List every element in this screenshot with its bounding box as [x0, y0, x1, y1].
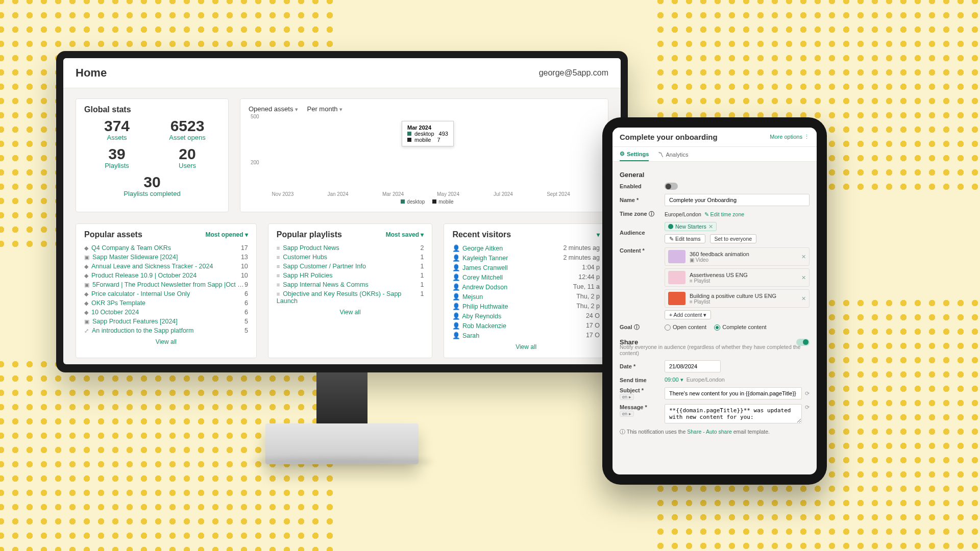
- popular-playlists-sort[interactable]: Most saved ▾: [386, 231, 424, 238]
- playlist-count: 1: [420, 272, 424, 279]
- chart-period-dropdown[interactable]: Per month: [307, 105, 342, 113]
- asset-row[interactable]: ◆Product Release 10.9 | October 202410: [84, 271, 248, 280]
- content-item[interactable]: Building a positive culture US ENG≡ Play…: [665, 289, 810, 308]
- playlist-row[interactable]: ≡Sapp Product News2: [277, 243, 424, 253]
- playlist-row[interactable]: ≡Sapp Customer / Partner Info1: [277, 262, 424, 271]
- tablet-frame: Complete your onboarding More options ⋮ …: [602, 117, 827, 485]
- playlist-count: 1: [420, 254, 424, 261]
- asset-count: 6: [244, 290, 248, 297]
- enabled-toggle[interactable]: [665, 183, 678, 190]
- person-icon: 👤: [452, 274, 460, 281]
- remove-content-icon[interactable]: ✕: [801, 295, 806, 302]
- stat-label[interactable]: Playlists completed: [84, 190, 220, 197]
- visitor-time: 12:44 p: [578, 273, 600, 281]
- stat-label[interactable]: Assets: [84, 134, 150, 141]
- sendtime-tz: Europe/London: [687, 377, 725, 383]
- recent-visitors-viewall[interactable]: View all: [452, 343, 600, 350]
- subject-input[interactable]: [665, 387, 802, 399]
- visitor-time: 2 minutes ag: [563, 254, 600, 262]
- goal-complete-radio[interactable]: [714, 324, 720, 331]
- visitor-name[interactable]: 👤 Philip Huthwaite: [452, 303, 508, 310]
- share-toggle[interactable]: [796, 339, 810, 346]
- asset-row[interactable]: ◆Q4 Company & Team OKRs17: [84, 243, 248, 253]
- name-input[interactable]: [665, 194, 810, 206]
- playlist-count: 2: [420, 244, 424, 252]
- popular-assets-viewall[interactable]: View all: [84, 338, 248, 345]
- content-item[interactable]: Assertiveness US ENG≡ Playlist✕: [665, 268, 810, 287]
- visitor-time: Thu, 2 p: [576, 293, 600, 300]
- message-input[interactable]: [665, 404, 802, 423]
- visitor-name[interactable]: 👤 Mejsun: [452, 293, 483, 300]
- edit-teams-button[interactable]: ✎ Edit teams: [665, 234, 705, 243]
- asset-row[interactable]: ◆Annual Leave and Sickness Tracker - 202…: [84, 262, 248, 271]
- remove-content-icon[interactable]: ✕: [801, 254, 806, 260]
- playlist-row[interactable]: ≡Sapp HR Policies1: [277, 271, 424, 280]
- tab-settings[interactable]: ⚙ Settings: [620, 147, 649, 161]
- tab-analytics[interactable]: 〽 Analytics: [658, 147, 688, 161]
- content-title: Building a positive culture US ENG: [690, 293, 776, 299]
- popular-playlists-card: Popular playlists Most saved ▾ ≡Sapp Pro…: [268, 223, 433, 358]
- playlist-row[interactable]: ≡Customer Hubs1: [277, 253, 424, 262]
- date-input[interactable]: [665, 360, 721, 372]
- person-icon: 👤: [452, 264, 460, 271]
- visitor-name[interactable]: 👤 Corey Mitchell: [452, 273, 503, 281]
- set-everyone-button[interactable]: Set to everyone: [710, 234, 757, 243]
- visitor-name[interactable]: 👤 Sarah: [452, 332, 479, 339]
- content-item[interactable]: 360 feedback animation▣ Video✕: [665, 247, 810, 266]
- goal-open-radio[interactable]: [665, 324, 671, 331]
- visitor-name[interactable]: 👤 George Aitken: [452, 244, 503, 252]
- stat-block: 39Playlists: [84, 146, 150, 172]
- visitor-name[interactable]: 👤 James Cranwell: [452, 264, 507, 271]
- remove-content-icon[interactable]: ✕: [801, 274, 806, 281]
- onboarding-title: Complete your onboarding: [620, 133, 718, 141]
- stat-label[interactable]: Playlists: [84, 162, 150, 169]
- add-content-button[interactable]: + Add content ▾: [665, 310, 711, 319]
- stat-label[interactable]: Users: [155, 162, 220, 169]
- playlist-row[interactable]: ≡Sapp Internal News & Comms1: [277, 280, 424, 289]
- playlist-row[interactable]: ≡Objective and Key Results (OKRs) - Sapp…: [277, 289, 424, 306]
- asset-row[interactable]: ▣Sapp Product Features [2024]5: [84, 317, 248, 326]
- goal-open-label: Open content: [673, 324, 706, 330]
- asset-count: 17: [241, 244, 248, 252]
- remove-chip-icon[interactable]: ✕: [708, 223, 713, 230]
- chart-xtick: Nov 2023: [269, 191, 297, 197]
- stat-label[interactable]: Asset opens: [155, 134, 220, 141]
- content-thumb: [668, 250, 685, 263]
- visitor-row: 👤 Corey Mitchell12:44 p: [452, 272, 600, 282]
- sendtime-dropdown[interactable]: 09:00 ▾: [665, 377, 683, 383]
- more-options-button[interactable]: More options ⋮: [770, 134, 810, 140]
- visitor-time: 2 minutes ag: [563, 244, 600, 252]
- stat-value: 20: [155, 146, 220, 162]
- asset-row[interactable]: ◆OKR 3Ps Template6: [84, 298, 248, 308]
- desktop-device: Home george@5app.com Global stats 374Ass…: [56, 51, 628, 464]
- recent-visitors-dropdown[interactable]: ▾: [597, 231, 600, 238]
- visitor-name[interactable]: 👤 Andrew Dodson: [452, 283, 507, 291]
- asset-row[interactable]: ▣Sapp Master Slideware [2024]13: [84, 253, 248, 262]
- asset-row[interactable]: ◆Price calculator - Internal Use Only6: [84, 289, 248, 298]
- asset-row[interactable]: ▣5Forward | The Product Newsletter from …: [84, 280, 248, 289]
- template-link[interactable]: Share - Auto share: [687, 429, 732, 435]
- asset-row[interactable]: ⤢An introduction to the Sapp platform5: [84, 326, 248, 335]
- popular-playlists-viewall[interactable]: View all: [277, 309, 424, 316]
- message-reset-icon[interactable]: ⟳: [802, 404, 810, 411]
- person-icon: 👤: [452, 322, 460, 330]
- edit-timezone-link[interactable]: ✎ Edit time zone: [704, 211, 744, 217]
- monitor-stand: [316, 372, 368, 423]
- visitor-name[interactable]: 👤 Aby Reynolds: [452, 312, 501, 320]
- chart-xtick: May 2024: [434, 191, 462, 197]
- global-stats-title: Global stats: [84, 105, 131, 114]
- visitor-name[interactable]: 👤 Kayleigh Tanner: [452, 254, 508, 262]
- onboarding-header: Complete your onboarding More options ⋮: [612, 128, 817, 147]
- monitor-frame: Home george@5app.com Global stats 374Ass…: [56, 51, 628, 372]
- popular-assets-sort[interactable]: Most opened ▾: [205, 231, 248, 238]
- visitor-time: 24 O: [586, 312, 600, 320]
- account-email[interactable]: george@5app.com: [539, 68, 608, 78]
- visitor-name[interactable]: 👤 Rob Mackenzie: [452, 322, 506, 330]
- chart-ytick: 500: [251, 114, 259, 119]
- playlist-count: 1: [420, 263, 424, 270]
- person-icon: 👤: [452, 313, 460, 320]
- subject-reset-icon[interactable]: ⟳: [802, 390, 810, 397]
- asset-row[interactable]: ◆10 October 20246: [84, 308, 248, 317]
- audience-chip[interactable]: New Starters✕: [665, 222, 717, 231]
- chart-metric-dropdown[interactable]: Opened assets: [249, 105, 298, 113]
